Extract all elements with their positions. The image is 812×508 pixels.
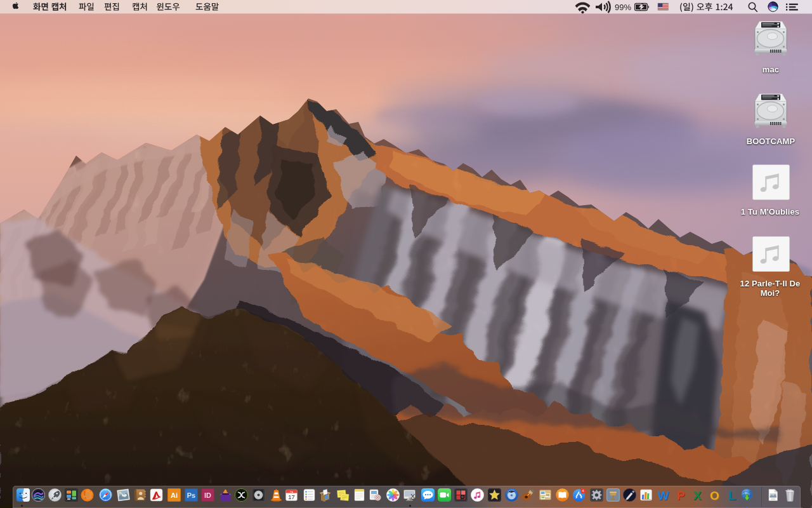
svg-text:O: O	[710, 489, 719, 502]
svg-text:Ai: Ai	[171, 491, 178, 499]
svg-text:99%: 99%	[615, 3, 631, 12]
svg-text:17: 17	[288, 493, 295, 500]
svg-text:ID: ID	[204, 491, 211, 499]
svg-text:P: P	[677, 489, 685, 502]
svg-text:X: X	[693, 489, 702, 502]
svg-text:L: L	[729, 489, 737, 502]
svg-text:Ps: Ps	[187, 491, 195, 499]
svg-text:W: W	[658, 489, 669, 502]
svg-text:4: 4	[582, 489, 584, 493]
